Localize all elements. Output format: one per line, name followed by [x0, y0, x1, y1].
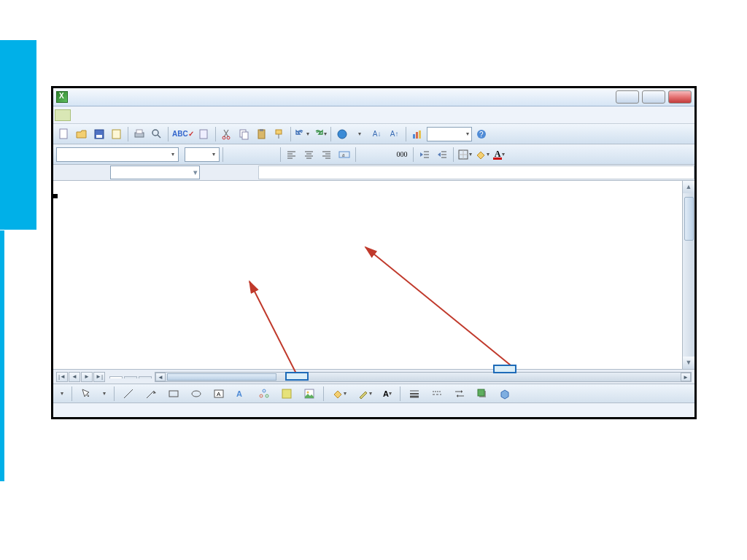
new-button[interactable] [56, 126, 72, 142]
redo-button[interactable]: ▾ [311, 126, 328, 142]
format-painter-button[interactable] [271, 126, 287, 142]
borders-button[interactable]: ▾ [457, 147, 473, 163]
align-right-button[interactable] [319, 147, 335, 163]
hscroll-thumb[interactable] [167, 373, 276, 381]
sheet-tab-2[interactable] [124, 376, 137, 378]
doc-close-button[interactable] [680, 110, 693, 120]
diagram-button[interactable] [254, 386, 274, 401]
hscroll-right[interactable]: ► [681, 373, 691, 381]
research-button[interactable] [196, 126, 212, 142]
maximize-button[interactable] [642, 90, 665, 104]
print-preview-button[interactable] [149, 126, 165, 142]
insert-picture-button[interactable] [299, 386, 320, 401]
oval-button[interactable] [186, 386, 206, 401]
permissions-button[interactable] [109, 126, 125, 142]
menu-file[interactable] [75, 114, 84, 117]
scroll-thumb[interactable] [684, 197, 694, 241]
callout-2 [493, 365, 516, 373]
doc-restore-button[interactable] [665, 110, 678, 120]
fill-color-button[interactable]: ▾ [474, 147, 490, 163]
dash-style-button[interactable] [427, 386, 447, 401]
autoshapes-menu[interactable]: ▾ [98, 386, 110, 401]
tab-nav-prev[interactable]: ◄ [69, 372, 80, 382]
sheet-tab-3[interactable] [139, 376, 152, 378]
tab-nav-first[interactable]: |◄ [56, 372, 68, 382]
fill-color-draw[interactable]: ▾ [328, 386, 351, 401]
sheet-tab-1[interactable] [109, 376, 123, 378]
clipart-button[interactable] [276, 386, 297, 401]
percent-button[interactable] [376, 147, 392, 163]
actions-menu[interactable]: ▾ [56, 386, 68, 401]
formula-input[interactable] [258, 166, 694, 179]
line-button[interactable] [118, 386, 139, 401]
doc-minimize-button[interactable] [651, 110, 664, 120]
arrow-button[interactable] [141, 386, 161, 401]
sidebar-thin-deco [0, 230, 4, 481]
cut-button[interactable] [219, 126, 235, 142]
chart-button[interactable] [409, 126, 425, 142]
sheet-tabs-bar: |◄ ◄ ► ►| ◄ ► [53, 369, 694, 384]
scroll-down-button[interactable]: ▼ [683, 357, 694, 369]
svg-point-54 [260, 394, 263, 397]
menu-data[interactable] [136, 114, 145, 117]
svg-rect-3 [112, 130, 120, 139]
wordart-button[interactable]: A [231, 386, 252, 401]
align-left-button[interactable] [284, 147, 300, 163]
hscroll-left[interactable]: ◄ [155, 373, 166, 381]
italic-button[interactable] [244, 147, 260, 163]
spelling-button[interactable]: ABC✓ [171, 126, 195, 142]
excel-icon [56, 91, 68, 103]
minimize-button[interactable] [616, 90, 639, 104]
decrease-indent-button[interactable] [434, 147, 450, 163]
rectangle-button[interactable] [163, 386, 184, 401]
menu-help[interactable] [157, 114, 166, 117]
font-name-combo[interactable]: ▾ [56, 147, 179, 162]
vertical-scrollbar[interactable]: ▲ ▼ [682, 181, 694, 369]
save-button[interactable] [91, 126, 107, 142]
bold-button[interactable] [226, 147, 242, 163]
font-size-combo[interactable]: ▾ [185, 147, 220, 162]
scroll-up-button[interactable]: ▲ [683, 181, 694, 193]
menu-edit[interactable] [85, 114, 94, 117]
arrow-style-button[interactable] [449, 386, 470, 401]
shadow-button[interactable] [472, 386, 492, 401]
increase-indent-button[interactable] [417, 147, 433, 163]
undo-button[interactable]: ▾ [294, 126, 310, 142]
column-headers[interactable] [53, 181, 694, 194]
menu-insert[interactable] [106, 114, 115, 117]
line-color-button[interactable]: ▾ [353, 386, 376, 401]
sort-desc-button[interactable]: A↑ [387, 126, 403, 142]
print-button[interactable] [131, 126, 147, 142]
align-center-button[interactable] [301, 147, 317, 163]
tab-nav-next[interactable]: ► [81, 372, 93, 382]
tab-nav-last[interactable]: ►| [93, 372, 105, 382]
font-color-draw[interactable]: A▾ [379, 386, 396, 401]
3d-button[interactable] [495, 386, 515, 401]
textbox-button[interactable]: A [209, 386, 229, 401]
comma-button[interactable]: 000 [394, 147, 410, 163]
hyperlink-button[interactable] [334, 126, 350, 142]
sort-asc-button[interactable]: A↓ [369, 126, 385, 142]
copy-button[interactable] [236, 126, 252, 142]
font-color-button[interactable]: A▾ [492, 147, 508, 163]
currency-button[interactable] [359, 147, 375, 163]
merge-center-button[interactable]: a [336, 147, 352, 163]
worksheet-grid[interactable]: ▲ ▼ [53, 181, 694, 369]
horizontal-scrollbar[interactable]: ◄ ► [155, 372, 692, 382]
underline-button[interactable] [261, 147, 277, 163]
paste-button[interactable] [254, 126, 270, 142]
menu-view[interactable] [96, 114, 104, 117]
svg-point-49 [192, 391, 201, 397]
zoom-combo[interactable]: ▾ [427, 127, 472, 141]
help-button[interactable]: ? [473, 126, 489, 142]
autosum-button[interactable]: ▾ [352, 126, 368, 142]
menu-format[interactable] [116, 114, 125, 117]
line-style-button[interactable] [404, 386, 425, 401]
open-button[interactable] [74, 126, 90, 142]
menu-service[interactable] [126, 114, 135, 117]
select-objects-button[interactable] [76, 386, 96, 401]
fill-handle[interactable] [53, 194, 58, 198]
name-box[interactable]: ▾ [110, 166, 200, 179]
close-button[interactable] [668, 90, 692, 104]
menu-window[interactable] [147, 114, 155, 117]
